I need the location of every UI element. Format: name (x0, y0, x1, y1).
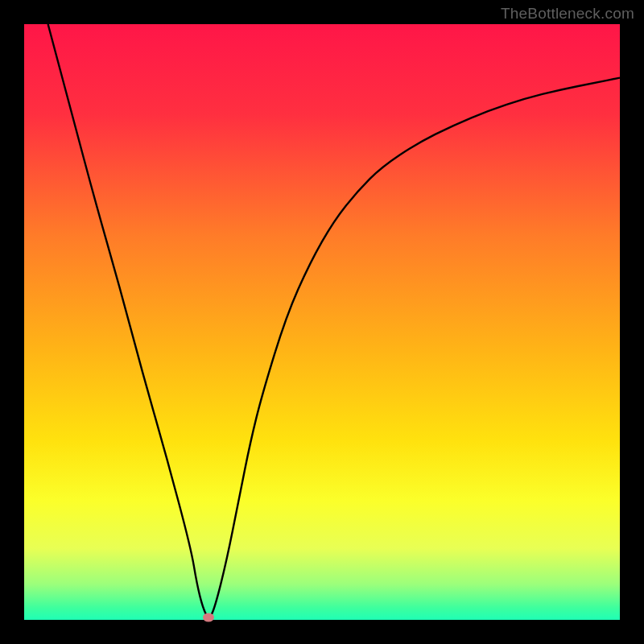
plot-area (24, 24, 620, 620)
bottleneck-curve (48, 24, 620, 617)
chart-frame (24, 24, 620, 620)
minimum-marker (203, 613, 214, 622)
curve-layer (24, 24, 620, 620)
watermark-text: TheBottleneck.com (501, 5, 634, 23)
